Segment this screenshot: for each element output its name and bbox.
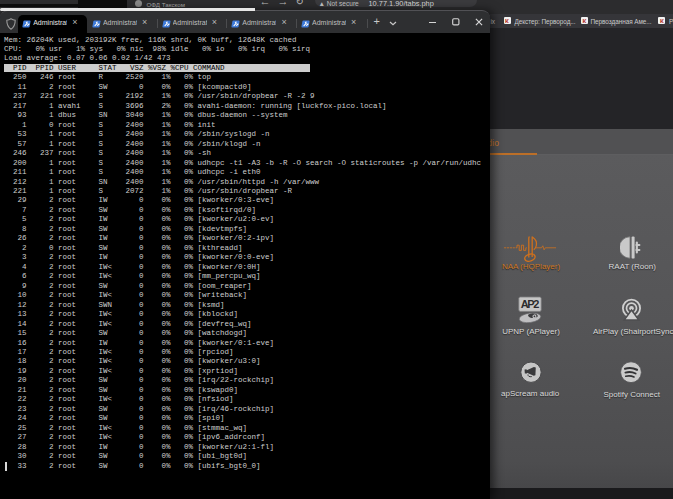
svg-text:AP2: AP2: [521, 298, 540, 310]
